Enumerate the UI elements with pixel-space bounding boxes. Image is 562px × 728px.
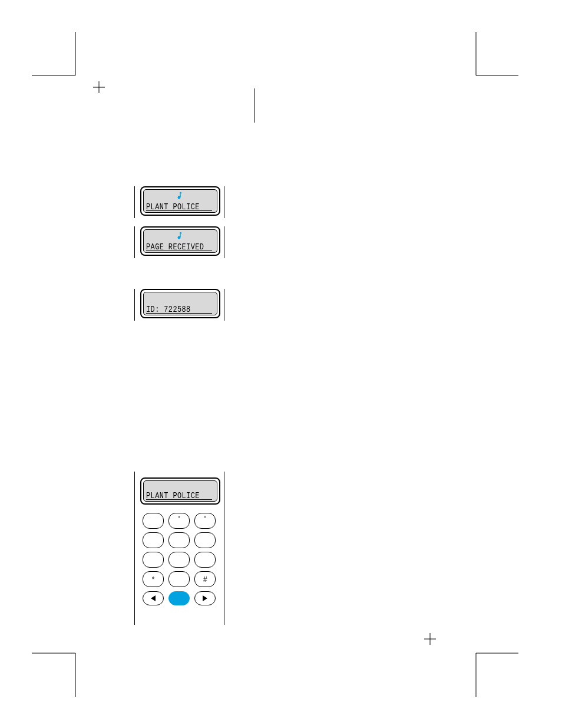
key-0[interactable] <box>168 571 190 587</box>
svg-point-13 <box>178 196 181 199</box>
arrow-left-icon <box>151 595 156 601</box>
key-1[interactable] <box>143 513 164 529</box>
key-4[interactable] <box>143 532 164 548</box>
key-hash-label: # <box>203 575 207 584</box>
key-6[interactable] <box>194 532 216 548</box>
nav-left-button[interactable] <box>143 591 164 605</box>
crop-marks <box>0 0 562 728</box>
lcd-text-3: ID: 722588 <box>146 305 191 314</box>
device-lcd-text: PLANT POLICE <box>146 491 200 500</box>
musical-note-icon <box>177 192 183 200</box>
key-2[interactable] <box>168 513 190 529</box>
nav-right-button[interactable] <box>194 591 216 605</box>
key-hash[interactable]: # <box>194 571 216 587</box>
lcd-text-2: PAGE RECEIVED <box>146 242 204 252</box>
key-9[interactable] <box>194 552 216 568</box>
lcd-text-1: PLANT POLICE <box>146 202 200 212</box>
key-5[interactable] <box>168 532 190 548</box>
key-star-label: * <box>152 575 155 584</box>
keypad: * # <box>140 513 218 625</box>
key-8[interactable] <box>168 552 190 568</box>
nav-center-button[interactable] <box>168 591 190 605</box>
key-7[interactable] <box>143 552 164 568</box>
key-star[interactable]: * <box>143 571 164 587</box>
key-3[interactable] <box>194 513 216 529</box>
musical-note-icon <box>177 232 183 240</box>
svg-point-14 <box>178 236 181 239</box>
arrow-right-icon <box>203 595 207 601</box>
